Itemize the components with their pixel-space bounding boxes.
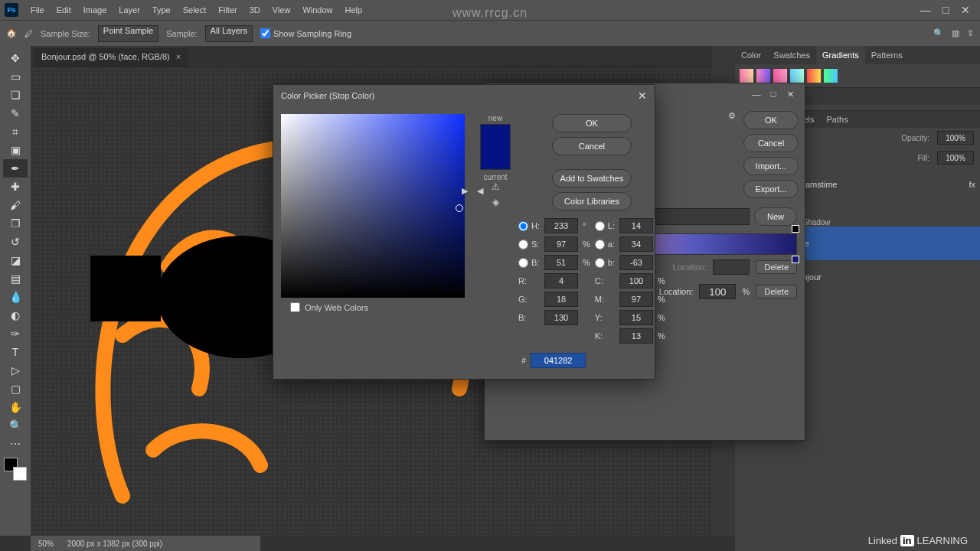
eyedropper-tool[interactable]: ✒ [3, 159, 28, 178]
m-field[interactable] [619, 292, 653, 307]
tab-color[interactable]: Color [735, 46, 767, 64]
opacity-stop-delete[interactable]: Delete [756, 260, 797, 274]
menu-file[interactable]: File [24, 5, 51, 15]
lasso-tool[interactable]: ❏ [3, 86, 28, 104]
hue-field[interactable] [544, 218, 578, 233]
cp-color-libraries-button[interactable]: Color Libraries [552, 192, 632, 210]
cp-cancel-button[interactable]: Cancel [552, 137, 632, 155]
opacity-field[interactable] [937, 131, 974, 145]
menu-3d[interactable]: 3D [243, 5, 266, 15]
l-radio[interactable] [595, 221, 605, 231]
stamp-tool[interactable]: ❐ [3, 214, 28, 233]
zoom-tool[interactable]: 🔍 [3, 416, 28, 435]
cp-add-swatch-button[interactable]: Add to Swatches [552, 169, 632, 187]
color-picker-close[interactable]: ✕ [638, 90, 647, 102]
gradient-swatch[interactable] [756, 69, 770, 83]
tab-swatches[interactable]: Swatches [767, 46, 816, 64]
menu-layer[interactable]: Layer [113, 5, 146, 15]
a-field[interactable] [619, 236, 653, 252]
tab-close-icon[interactable]: × [176, 52, 181, 61]
gradient-swatch[interactable] [824, 69, 838, 83]
edit-toolbar[interactable]: ⋯ [3, 435, 28, 453]
tab-patterns[interactable]: Patterns [865, 46, 909, 64]
c-field[interactable] [619, 273, 653, 289]
background-color-swatch[interactable] [13, 467, 27, 481]
color-stop-delete[interactable]: Delete [756, 285, 797, 298]
crop-tool[interactable]: ⌗ [3, 122, 28, 141]
healing-tool[interactable]: ✚ [3, 178, 28, 196]
blur-tool[interactable]: 💧 [3, 288, 28, 306]
cp-ok-button[interactable]: OK [552, 114, 632, 132]
tab-paths[interactable]: Paths [821, 111, 854, 128]
bl-field[interactable] [544, 310, 578, 325]
gear-icon[interactable]: ⚙ [728, 111, 736, 121]
bri-field[interactable] [544, 255, 578, 270]
gradient-swatch[interactable] [740, 69, 753, 83]
saturation-brightness-field[interactable] [281, 114, 465, 298]
a-radio[interactable] [595, 240, 605, 249]
ge-import-button[interactable]: Import... [743, 157, 799, 175]
menu-help[interactable]: Help [339, 5, 369, 15]
ge-export-button[interactable]: Export... [743, 180, 799, 198]
move-tool[interactable]: ✥ [3, 49, 28, 67]
cube-icon[interactable]: ◈ [492, 197, 499, 207]
window-min-button[interactable]: — [916, 4, 936, 16]
current-color-swatch[interactable] [481, 147, 510, 169]
menu-type[interactable]: Type [146, 5, 177, 15]
menu-filter[interactable]: Filter [212, 5, 243, 15]
eyedropper-tool-icon[interactable]: 🖊 [24, 29, 33, 38]
home-icon[interactable]: 🏠 [6, 28, 17, 38]
foreground-background-colors[interactable] [4, 458, 27, 481]
fx-badge[interactable]: fx [969, 180, 975, 189]
hue-radio[interactable] [518, 221, 528, 231]
opacity-loc-value[interactable] [713, 259, 750, 275]
show-sampling-ring-checkbox[interactable]: Show Sampling Ring [260, 28, 351, 38]
b-radio[interactable] [595, 258, 605, 268]
brush-tool[interactable]: 🖌 [3, 196, 28, 214]
warning-icon[interactable]: ⚠ [492, 181, 500, 192]
menu-image[interactable]: Image [77, 5, 113, 15]
document-tab[interactable]: Bonjour.psd @ 50% (face, RGB/8) × [34, 47, 188, 67]
history-brush-tool[interactable]: ↺ [3, 233, 28, 251]
marquee-tool[interactable]: ▭ [3, 67, 28, 86]
window-max-button[interactable]: □ [936, 4, 956, 16]
workspace-icon[interactable]: ▥ [952, 28, 959, 38]
b-field[interactable] [619, 255, 653, 270]
frame-tool[interactable]: ▣ [3, 141, 28, 159]
sample-dropdown[interactable]: All Layers [205, 25, 253, 42]
sat-radio[interactable] [518, 240, 528, 249]
pen-tool[interactable]: ✑ [3, 324, 28, 343]
opacity-stop[interactable] [792, 225, 799, 233]
y-field[interactable] [619, 310, 653, 325]
tab-gradients[interactable]: Gradients [816, 46, 865, 64]
sat-field[interactable] [544, 236, 578, 252]
shape-tool[interactable]: ▢ [3, 380, 28, 398]
fill-field[interactable] [937, 151, 974, 165]
dialog-min-button[interactable]: — [748, 90, 765, 99]
bri-radio[interactable] [518, 258, 528, 268]
dialog-max-button[interactable]: □ [765, 90, 782, 99]
color-loc-value[interactable] [699, 284, 736, 299]
type-tool[interactable]: T [3, 343, 28, 361]
quick-select-tool[interactable]: ✎ [3, 104, 28, 122]
window-close-button[interactable]: ✕ [956, 4, 975, 16]
ge-new-button[interactable]: New [754, 207, 797, 226]
ge-ok-button[interactable]: OK [743, 111, 799, 129]
gradient-tool[interactable]: ▤ [3, 269, 28, 288]
gradient-swatch[interactable] [807, 69, 821, 83]
path-select-tool[interactable]: ▷ [3, 361, 28, 380]
search-icon[interactable]: 🔍 [933, 28, 944, 38]
k-field[interactable] [619, 328, 653, 344]
share-icon[interactable]: ⇪ [967, 28, 974, 38]
gradient-swatch[interactable] [773, 69, 787, 83]
g-field[interactable] [544, 292, 578, 307]
menu-window[interactable]: Window [296, 5, 338, 15]
hand-tool[interactable]: ✋ [3, 398, 28, 416]
menu-view[interactable]: View [266, 5, 297, 15]
dialog-close-button[interactable]: ✕ [782, 90, 799, 99]
dodge-tool[interactable]: ◐ [3, 306, 28, 324]
gradient-swatch[interactable] [790, 69, 804, 83]
hex-field[interactable] [531, 353, 586, 368]
only-web-colors-checkbox[interactable]: Only Web Colors [281, 298, 465, 312]
ge-cancel-button[interactable]: Cancel [743, 134, 799, 152]
